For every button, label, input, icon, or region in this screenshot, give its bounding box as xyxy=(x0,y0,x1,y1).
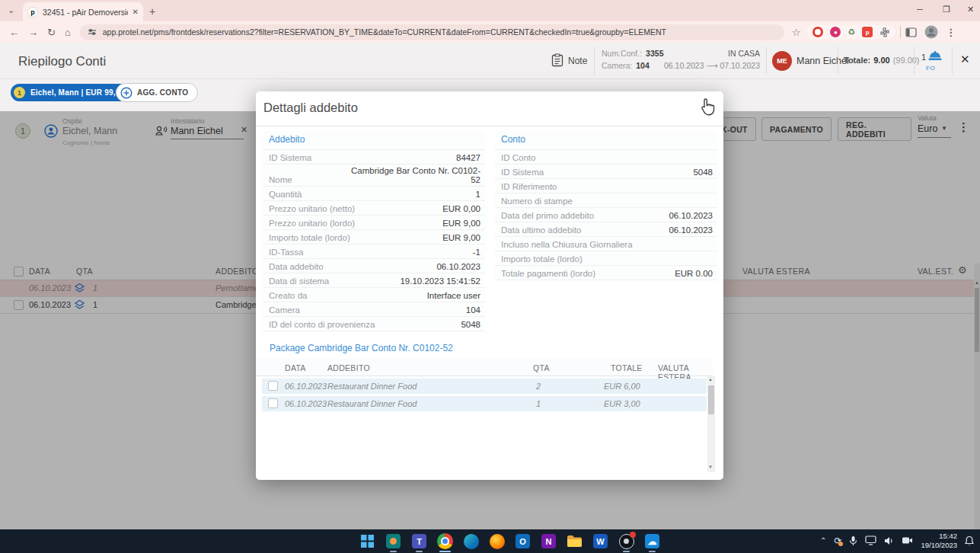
field-row: Data ultimo addebito06.10.2023 xyxy=(495,222,717,237)
pkg-row-total: EUR 3,00 xyxy=(604,399,640,408)
protel-favicon-icon: p xyxy=(27,7,38,18)
note-clipboard-icon[interactable] xyxy=(551,53,563,67)
outlook-icon[interactable]: O xyxy=(513,532,532,551)
home-icon[interactable]: ⌂ xyxy=(65,27,71,38)
account-pill-label: Eichel, Mann | EUR 99,00 xyxy=(30,88,124,97)
sync-icon[interactable]: ⟳ xyxy=(834,535,841,546)
field-row: Quantità1 xyxy=(263,187,485,201)
field-row: Creato daInterface user xyxy=(263,288,485,302)
window-maximize-button[interactable]: ❐ xyxy=(943,5,950,14)
page-title: Riepilogo Conti xyxy=(18,54,106,69)
onenote-icon[interactable]: N xyxy=(539,532,558,551)
package-row[interactable]: 06.10.2023 Restaurant Dinner Food 2 EUR … xyxy=(262,379,707,394)
pkg-col-qty: QTA xyxy=(533,363,550,372)
tray-chevron-up-icon[interactable]: ⌃ xyxy=(820,536,826,545)
guest-name: Mann Eichel xyxy=(796,56,849,66)
chat-bot-app-icon[interactable] xyxy=(384,532,403,551)
add-account-button[interactable]: AGG. CONTO xyxy=(116,83,198,102)
back-icon[interactable]: ← xyxy=(9,27,19,38)
field-row: Numero di stampe xyxy=(495,193,717,208)
guest-avatar: ME xyxy=(772,51,792,71)
field-row: ID Sistema5048 xyxy=(495,165,717,179)
fo-count: 1 xyxy=(921,53,926,62)
pkg-scroll-up-icon[interactable]: ▲ xyxy=(708,377,713,382)
pkg-row-date: 06.10.2023 xyxy=(285,399,327,408)
extension-protel-icon[interactable]: p xyxy=(862,27,873,37)
display-icon[interactable] xyxy=(865,535,876,545)
extension-red-o-icon[interactable] xyxy=(812,27,823,37)
pkg-scroll-down-icon[interactable]: ▼ xyxy=(708,465,713,469)
chrome-icon[interactable] xyxy=(436,532,455,551)
header-divider xyxy=(952,47,953,75)
stay-dates: 06.10.2023 ⟶ 07.10.2023 xyxy=(641,61,760,70)
edge-icon[interactable] xyxy=(461,532,480,551)
field-row: Prezzo unitario (netto)EUR 0,00 xyxy=(263,201,485,216)
pkg-col-charge: ADDEBITO xyxy=(327,363,370,372)
plus-circle-icon xyxy=(120,87,132,99)
pkg-scrollbar-thumb[interactable] xyxy=(708,385,714,414)
toolbar-divider xyxy=(900,26,901,38)
tray-date: 19/10/2023 xyxy=(921,541,957,549)
extension-pink-icon[interactable]: ● xyxy=(830,27,841,37)
start-icon[interactable] xyxy=(358,532,377,551)
obs-icon[interactable] xyxy=(617,532,636,551)
extensions-pill: ● ♻ p xyxy=(806,25,895,39)
reload-icon[interactable]: ↻ xyxy=(47,27,56,38)
word-icon[interactable]: W xyxy=(591,532,610,551)
url-field[interactable]: app.protel.net/pms/frontdesk/reservation… xyxy=(80,24,784,40)
extensions-puzzle-icon[interactable] xyxy=(879,27,889,37)
firefox-icon[interactable] xyxy=(487,532,506,551)
site-settings-icon[interactable] xyxy=(88,27,97,37)
field-row: Data di sistema19.10.2023 15:41:52 xyxy=(263,273,485,288)
tray-clock[interactable]: 15:4219/10/2023 xyxy=(921,532,957,550)
side-panel-icon[interactable] xyxy=(905,27,917,37)
window-close-button[interactable]: ✕ xyxy=(967,5,974,14)
tab-search-icon[interactable]: ⌄ xyxy=(8,5,14,15)
field-row: Totale pagamenti (lordo)EUR 0.00 xyxy=(495,266,717,280)
front-office-bell-icon[interactable] xyxy=(927,49,943,62)
microphone-icon[interactable] xyxy=(849,535,857,546)
pkg-row-charge: Restaurant Dinner Food xyxy=(327,399,417,408)
header-total: Totale: 9.00 (99.00) xyxy=(844,56,920,65)
account-section-title: Conto xyxy=(495,131,717,150)
pkg-row-date: 06.10.2023 xyxy=(285,382,327,391)
pkg-row-charge: Restaurant Dinner Food xyxy=(327,382,417,391)
add-account-label: AGG. CONTO xyxy=(137,88,188,97)
extension-recycle-icon[interactable]: ♻ xyxy=(848,27,855,37)
speaker-icon[interactable] xyxy=(884,536,894,545)
field-row: Prezzo unitario (lordo)EUR 9,00 xyxy=(263,216,485,230)
browser-profile-avatar[interactable] xyxy=(924,25,938,39)
tab-close-icon[interactable]: ✕ xyxy=(132,8,139,16)
field-row: ID Riferimento xyxy=(495,179,717,193)
pkg-col-date: DATA xyxy=(285,363,306,372)
pkg-row-checkbox[interactable] xyxy=(268,398,278,408)
field-row: Importo totale (lordo)EUR 9,00 xyxy=(263,230,485,245)
bookmark-star-icon[interactable]: ☆ xyxy=(792,27,801,38)
header-divider xyxy=(766,47,767,75)
package-title: Package Cambridge Bar Conto Nr. C0102-52 xyxy=(270,343,453,353)
browser-menu-kebab-icon[interactable]: ⋮ xyxy=(946,27,956,38)
file-explorer-icon[interactable] xyxy=(565,532,584,551)
forward-icon[interactable]: → xyxy=(28,27,38,38)
window-minimize-button[interactable]: ─ xyxy=(917,5,923,14)
new-tab-button[interactable]: + xyxy=(149,5,155,18)
cloud-app-icon[interactable]: ☁ xyxy=(643,532,662,551)
browser-tab[interactable]: p 32451 - pAir Demoversion Ser... ✕ xyxy=(23,2,143,21)
package-row[interactable]: 06.10.2023 Restaurant Dinner Food 1 EUR … xyxy=(262,396,707,411)
field-row: ID-Tassa-1 xyxy=(263,245,485,259)
browser-address-bar: ← → ↻ ⌂ app.protel.net/pms/frontdesk/res… xyxy=(0,21,980,43)
field-row: ID del conto di provenienza5048 xyxy=(263,317,485,331)
conf-number: Num.Conf.:3355 xyxy=(602,49,663,58)
close-page-icon[interactable]: ✕ xyxy=(960,53,970,66)
taskbar-icons: T O N W ☁ xyxy=(358,532,662,551)
field-row: NomeCambridge Bar Conto Nr. C0102-52 xyxy=(263,165,485,187)
pkg-col-total: TOTALE xyxy=(611,363,643,372)
camera-icon[interactable] xyxy=(902,536,913,545)
teams-icon[interactable]: T xyxy=(410,532,429,551)
modal-title-divider xyxy=(256,126,723,126)
pkg-row-checkbox[interactable] xyxy=(268,381,278,391)
field-row: Camera104 xyxy=(263,302,485,317)
notification-bell-icon[interactable] xyxy=(965,535,974,546)
note-button[interactable]: Note xyxy=(568,56,587,66)
field-row: Importo totale (lordo) xyxy=(495,251,717,266)
